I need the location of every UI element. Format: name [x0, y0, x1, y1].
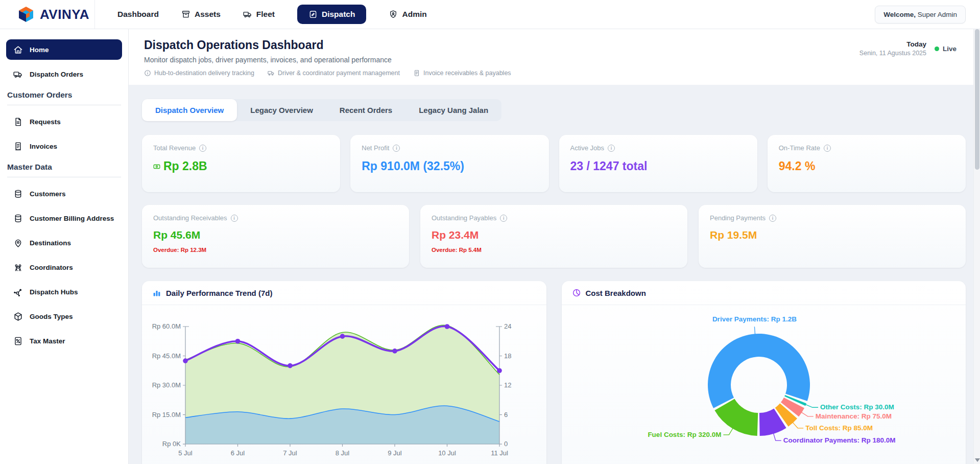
- left-axis-label: Rp 60.0M: [152, 322, 181, 330]
- brand-cube-icon: [17, 6, 35, 23]
- chart-title: Daily Performance Trend (7d): [166, 289, 272, 297]
- vertical-scrollbar[interactable]: [973, 29, 980, 464]
- tab-recent-orders[interactable]: Recent Orders: [326, 99, 405, 121]
- nav-item-dashboard[interactable]: Dashboard: [117, 10, 159, 19]
- cost-breakdown-header: Cost Breakdown: [562, 281, 966, 305]
- info-icon[interactable]: i: [500, 215, 507, 222]
- tab-legacy-overview[interactable]: Legacy Overview: [237, 99, 326, 121]
- sidebar-item-destinations[interactable]: Destinations: [6, 233, 122, 253]
- map-pin-icon: [13, 238, 23, 248]
- kpi-label: Net Profit: [362, 144, 389, 152]
- kpi-row-2: Outstanding Receivablesi Rp 45.6M Overdu…: [142, 205, 966, 268]
- view-tabs: Dispatch Overview Legacy Overview Recent…: [142, 99, 501, 121]
- package-icon: [13, 312, 23, 321]
- invoice-icon: [413, 69, 420, 77]
- info-icon[interactable]: i: [769, 215, 776, 222]
- kpi-value: Rp 2.8B: [153, 159, 329, 173]
- scrollbar-down-arrow-icon[interactable]: [975, 458, 980, 462]
- info-icon[interactable]: i: [393, 145, 400, 152]
- today-label: Today: [859, 40, 926, 48]
- nav-item-admin[interactable]: Admin: [389, 10, 426, 19]
- donut-label-driver-payments: Driver Payments: Rp 1.2B: [712, 315, 796, 323]
- dashboard-content: Dispatch Overview Legacy Overview Recent…: [129, 85, 980, 464]
- kpi-label: Outstanding Receivables: [153, 214, 227, 222]
- kpi-label: Total Revenue: [153, 144, 196, 152]
- sidebar-item-invoices[interactable]: Invoices: [6, 136, 122, 156]
- feature-badges: Hub-to-destination delivery tracking Dri…: [144, 69, 965, 77]
- sidebar-item-goods-types[interactable]: Goods Types: [6, 306, 122, 327]
- data-point[interactable]: [392, 349, 397, 354]
- kpi-label: Outstanding Payables: [432, 214, 496, 222]
- x-axis-label: 9 Jul: [388, 449, 402, 457]
- scrollbar-thumb[interactable]: [975, 29, 979, 170]
- sidebar-item-dispatch-hubs[interactable]: Dispatch Hubs: [6, 282, 122, 302]
- admin-shield-icon: [389, 10, 398, 19]
- right-axis-label: 24: [504, 322, 511, 330]
- info-icon[interactable]: i: [231, 215, 238, 222]
- kpi-value: Rp 910.0M (32.5%): [362, 159, 537, 173]
- kpi-label: On-Time Rate: [779, 144, 820, 152]
- welcome-user-button[interactable]: Welcome, Super Admin: [875, 6, 966, 24]
- main-area: Dispatch Operations Dashboard Monitor di…: [129, 29, 980, 464]
- cost-breakdown-chart[interactable]: Driver Payments: Rp 1.2BOther Costs: Rp …: [562, 305, 960, 464]
- tax-percent-icon: [13, 336, 23, 346]
- sidebar-item-coordinators[interactable]: Coordinators: [6, 257, 122, 277]
- chart-title: Cost Breakdown: [586, 289, 646, 297]
- tab-legacy-uang-jalan[interactable]: Legacy Uang Jalan: [405, 99, 501, 121]
- money-icon: [153, 163, 160, 170]
- right-axis-label: 18: [504, 352, 511, 360]
- data-point[interactable]: [235, 339, 241, 344]
- x-axis-label: 6 Jul: [231, 449, 245, 457]
- donut-leader-line: [804, 404, 818, 408]
- kpi-card-total-revenue: Total Revenuei Rp 2.8B: [142, 135, 340, 192]
- data-point[interactable]: [340, 334, 345, 339]
- right-axis-label: 12: [504, 381, 511, 389]
- bar-chart-icon: [152, 288, 161, 297]
- page-header: Dispatch Operations Dashboard Monitor di…: [129, 29, 980, 85]
- today-box: Today Senin, 11 Agustus 2025: [859, 40, 926, 57]
- top-nav: Dashboard Assets Fleet Dispatch: [117, 5, 427, 24]
- kpi-card-net-profit: Net Profiti Rp 910.0M (32.5%): [350, 135, 548, 192]
- data-point[interactable]: [288, 363, 293, 368]
- brand-logo[interactable]: AVINYA: [0, 0, 95, 29]
- donut-slice-driver-payments[interactable]: [708, 334, 810, 408]
- nav-item-assets[interactable]: Assets: [181, 10, 221, 19]
- nav-item-fleet[interactable]: Fleet: [243, 10, 275, 19]
- data-point[interactable]: [183, 358, 188, 363]
- kpi-value: 23 / 1247 total: [570, 159, 746, 173]
- badge-delivery-tracking: Hub-to-destination delivery tracking: [144, 69, 254, 77]
- data-point[interactable]: [445, 324, 450, 329]
- badge-invoice-receivables: Invoice receivables & payables: [413, 69, 511, 77]
- kpi-card-active-jobs: Active Jobsi 23 / 1247 total: [559, 135, 757, 192]
- x-axis-label: 7 Jul: [283, 449, 297, 457]
- donut-leader-line: [773, 432, 781, 440]
- receipt-icon: [13, 142, 23, 151]
- sidebar-item-tax-master[interactable]: Tax Master: [6, 331, 122, 351]
- sidebar-item-customers[interactable]: Customers: [6, 183, 122, 204]
- dispatch-clipboard-icon: [308, 10, 318, 19]
- page-title: Dispatch Operations Dashboard: [144, 38, 965, 52]
- left-axis-label: Rp 0K: [162, 440, 181, 448]
- kpi-value: Rp 45.6M: [153, 229, 398, 241]
- info-icon[interactable]: i: [199, 145, 206, 152]
- donut-leader-line: [792, 422, 803, 428]
- sidebar-item-home[interactable]: Home: [6, 39, 122, 60]
- sidebar-item-requests[interactable]: Requests: [6, 111, 122, 132]
- donut-label-other-costs: Other Costs: Rp 30.0M: [820, 403, 894, 411]
- nav-item-dispatch[interactable]: Dispatch: [297, 5, 366, 24]
- left-axis-label: Rp 30.0M: [152, 381, 181, 389]
- sidebar-item-customer-billing-address[interactable]: Customer Billing Address: [6, 208, 122, 228]
- overdue-note: Overdue: Rp 5.4M: [432, 247, 676, 253]
- kpi-label: Pending Payments: [710, 214, 766, 222]
- x-axis-label: 11 Jul: [491, 449, 508, 457]
- home-icon: [13, 45, 23, 55]
- daily-performance-chart[interactable]: Rp 0KRp 15.0MRp 30.0MRp 45.0MRp 60.0M061…: [142, 305, 545, 462]
- info-icon[interactable]: i: [824, 145, 831, 152]
- sidebar-item-dispatch-orders[interactable]: Dispatch Orders: [6, 64, 122, 84]
- data-point[interactable]: [497, 368, 502, 373]
- file-text-icon: [13, 117, 23, 127]
- tab-dispatch-overview[interactable]: Dispatch Overview: [142, 99, 237, 121]
- truck-icon: [243, 10, 252, 19]
- info-icon[interactable]: i: [608, 145, 615, 152]
- info-icon: [144, 69, 151, 77]
